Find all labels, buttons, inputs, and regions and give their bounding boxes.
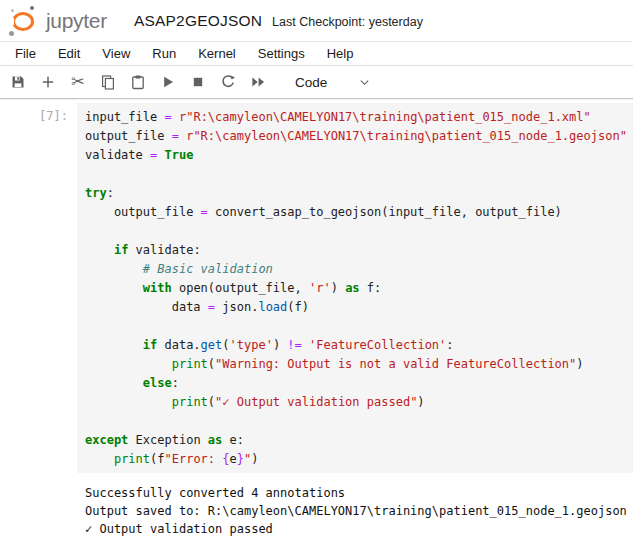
restart-run-all-icon: [250, 74, 266, 90]
code-line: print("Warning: Output is not a valid Fe…: [85, 355, 627, 374]
execution-count-prompt: [7]:: [0, 103, 77, 473]
jupyter-wordmark: jupyter: [46, 9, 107, 33]
interrupt-kernel-icon: [190, 74, 206, 90]
header: jupyter ASAP2GEOJSON Last Checkpoint: ye…: [0, 0, 633, 42]
cut-cell-button[interactable]: ✂: [63, 69, 93, 95]
logo-dot: [11, 9, 14, 12]
add-cell-icon: [40, 74, 56, 90]
paste-cell-icon: [130, 74, 146, 90]
run-cell-button[interactable]: [153, 69, 183, 95]
code-line: except Exception as e:: [85, 431, 627, 450]
cell-type-dropdown[interactable]: Code: [291, 73, 375, 92]
code-line: # Basic validation: [85, 260, 627, 279]
toolbar: ✂ Code: [0, 66, 633, 99]
checkpoint-status: Last Checkpoint: yesterday: [272, 13, 423, 29]
code-cell[interactable]: [7]: input_file = r"R:\camyleon\CAMELYON…: [0, 103, 633, 473]
code-line: data = json.load(f): [85, 298, 627, 317]
save-button[interactable]: [3, 69, 33, 95]
code-line: try:: [85, 184, 627, 203]
code-line: if validate:: [85, 241, 627, 260]
logo-dot: [9, 31, 14, 36]
output-line: Successfully converted 4 annotations: [85, 484, 633, 502]
menu-help[interactable]: Help: [322, 43, 359, 64]
code-line: print(f"Error: {e}"): [85, 450, 627, 469]
menu-view[interactable]: View: [97, 43, 135, 64]
cell-type-value: Code: [295, 75, 327, 90]
logo-ring: [12, 12, 34, 31]
code-line: [85, 222, 627, 241]
menu-kernel[interactable]: Kernel: [193, 43, 241, 64]
paste-cell-button[interactable]: [123, 69, 153, 95]
code-line: output_file = convert_asap_to_geojson(in…: [85, 203, 627, 222]
code-line: validate = True: [85, 146, 627, 165]
code-line: print("✓ Output validation passed"): [85, 393, 627, 412]
output-line: ✓ Output validation passed: [85, 520, 633, 538]
code-line: with open(output_file, 'r') as f:: [85, 279, 627, 298]
menu-settings[interactable]: Settings: [253, 43, 310, 64]
notebook-title[interactable]: ASAP2GEOJSON: [134, 12, 262, 30]
chevron-down-icon: [358, 76, 371, 89]
code-line: else:: [85, 374, 627, 393]
code-line: output_file = r"R:\camyleon\CAMELYON17\t…: [85, 127, 627, 146]
code-line: if data.get('type') != 'FeatureCollectio…: [85, 336, 627, 355]
code-line: [85, 165, 627, 184]
notebook-panel: [7]: input_file = r"R:\camyleon\CAMELYON…: [0, 99, 633, 538]
logo-gap: [34, 18, 39, 25]
copy-cell-icon: [100, 74, 116, 90]
restart-run-all-button[interactable]: [243, 69, 273, 95]
menu-edit[interactable]: Edit: [53, 43, 85, 64]
add-cell-button[interactable]: [33, 69, 63, 95]
jupyter-logo-icon: [9, 6, 39, 36]
copy-cell-button[interactable]: [93, 69, 123, 95]
output-line: Output saved to: R:\camyleon\CAMELYON17\…: [85, 502, 633, 520]
code-line: input_file = r"R:\camyleon\CAMELYON17\tr…: [85, 108, 627, 127]
menu-run[interactable]: Run: [147, 43, 181, 64]
code-editor[interactable]: input_file = r"R:\camyleon\CAMELYON17\tr…: [77, 103, 633, 473]
run-cell-icon: [160, 74, 176, 90]
cut-cell-icon: ✂: [71, 74, 84, 90]
menu-file[interactable]: File: [10, 43, 41, 64]
restart-kernel-icon: [220, 74, 236, 90]
logo-dot: [30, 6, 34, 10]
save-icon: [10, 74, 26, 90]
toolbar-buttons: ✂: [3, 69, 273, 95]
code-line: [85, 412, 627, 431]
interrupt-kernel-button[interactable]: [183, 69, 213, 95]
menu-bar: FileEditViewRunKernelSettingsHelp: [0, 42, 633, 66]
logo-gap: [9, 18, 14, 25]
jupyter-notebook-window: jupyter ASAP2GEOJSON Last Checkpoint: ye…: [0, 0, 633, 538]
cell-output: Successfully converted 4 annotationsOutp…: [85, 484, 633, 538]
restart-kernel-button[interactable]: [213, 69, 243, 95]
code-line: [85, 317, 627, 336]
